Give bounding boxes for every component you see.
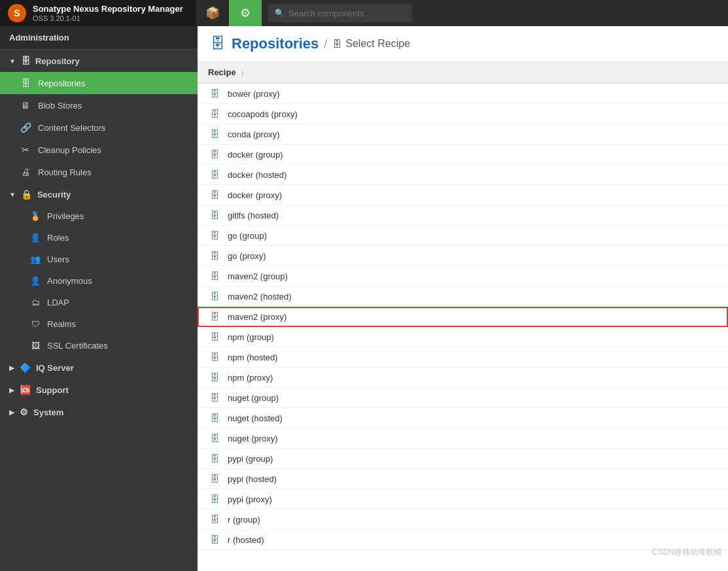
table-row[interactable]: 🗄 npm (hosted): [198, 347, 728, 368]
routing-rules-icon: 🖨: [20, 167, 31, 177]
content-selectors-icon: 🔗: [20, 122, 31, 133]
sidebar-group-support[interactable]: ▶ 🆘 Support: [0, 379, 198, 401]
sidebar-item-realms[interactable]: 🛡 Realms: [0, 313, 198, 335]
row-label: maven2 (proxy): [228, 312, 286, 322]
sidebar-item-routing-rules[interactable]: 🖨 Routing Rules: [0, 161, 198, 183]
row-label: npm (proxy): [228, 373, 273, 383]
sidebar-item-privileges[interactable]: 🏅 Privileges: [0, 205, 198, 227]
breadcrumb-sep: /: [324, 37, 327, 51]
row-label: conda (proxy): [228, 130, 279, 139]
row-label: go (group): [228, 231, 267, 241]
content-area: 🗄 Repositories / 🗄 Select Recipe Recipe …: [198, 26, 728, 571]
sort-icon: ↑: [241, 69, 245, 77]
brand-icon: S: [8, 4, 26, 22]
sidebar-item-ssl-certificates[interactable]: 🖼 SSL Certificates: [0, 335, 198, 356]
admin-nav-button[interactable]: ⚙: [229, 0, 262, 26]
row-db-icon: 🗄: [208, 514, 221, 525]
repository-group-icon: 🗄: [21, 56, 30, 66]
repositories-label: Repositories: [38, 78, 85, 88]
cleanup-policies-icon: ✂: [20, 145, 31, 155]
system-icon: ⚙: [20, 407, 28, 417]
sidebar-item-blob-stores[interactable]: 🖥 Blob Stores: [0, 94, 198, 116]
row-db-icon: 🗄: [208, 149, 221, 160]
table-row[interactable]: 🗄 docker (hosted): [198, 165, 728, 185]
table-row[interactable]: 🗄 pypi (proxy): [198, 489, 728, 510]
table-row[interactable]: 🗄 nuget (hosted): [198, 408, 728, 428]
sidebar-group-security[interactable]: ▼ 🔒 Security: [0, 183, 198, 205]
row-db-icon: 🗄: [208, 129, 221, 139]
support-label: Support: [36, 385, 69, 395]
table-row[interactable]: 🗄 cocoapods (proxy): [198, 104, 728, 124]
sidebar-group-system[interactable]: ▶ ⚙ System: [0, 401, 198, 423]
table-row[interactable]: 🗄 gitlfs (hosted): [198, 205, 728, 226]
sidebar-item-repositories[interactable]: 🗄 Repositories: [0, 72, 198, 94]
page-header-icon: 🗄: [211, 35, 225, 52]
repository-group-label: Repository: [35, 56, 80, 66]
table-row[interactable]: 🗄 go (group): [198, 226, 728, 246]
security-arrow-icon: ▼: [9, 191, 16, 198]
search-box[interactable]: 🔍: [268, 4, 412, 22]
row-db-icon: 🗄: [208, 413, 221, 423]
row-label: bower (proxy): [228, 89, 279, 99]
table-row[interactable]: 🗄 pypi (group): [198, 449, 728, 469]
row-label: nuget (group): [228, 393, 279, 403]
sidebar-item-cleanup-policies[interactable]: ✂ Cleanup Policies: [0, 139, 198, 161]
row-label: maven2 (group): [228, 271, 288, 281]
table-row[interactable]: 🗄 docker (group): [198, 145, 728, 165]
routing-rules-label: Routing Rules: [38, 167, 92, 177]
sidebar-item-content-selectors[interactable]: 🔗 Content Selectors: [0, 116, 198, 139]
row-label: pypi (hosted): [228, 474, 277, 484]
brand-area: S Sonatype Nexus Repository Manager OSS …: [0, 0, 196, 26]
recipe-column-header[interactable]: Recipe ↑: [208, 67, 718, 77]
row-label: npm (hosted): [228, 353, 278, 362]
support-icon: 🆘: [20, 385, 31, 395]
row-label: r (group): [228, 515, 260, 525]
sidebar-item-users[interactable]: 👥 Users: [0, 249, 198, 270]
table-row[interactable]: 🗄 maven2 (proxy): [198, 307, 728, 327]
table-row[interactable]: 🗄 go (proxy): [198, 246, 728, 266]
iq-server-icon: 🔷: [20, 362, 31, 373]
sidebar-item-roles[interactable]: 👤 Roles: [0, 227, 198, 249]
row-db-icon: 🗄: [208, 392, 221, 403]
row-label: nuget (hosted): [228, 413, 283, 423]
ldap-label: LDAP: [47, 298, 69, 307]
table-row[interactable]: 🗄 bower (proxy): [198, 84, 728, 104]
table-header: Recipe ↑: [198, 62, 728, 84]
ssl-icon: 🖼: [30, 341, 41, 351]
table-row[interactable]: 🗄 maven2 (hosted): [198, 286, 728, 307]
table-row[interactable]: 🗄 nuget (proxy): [198, 428, 728, 449]
row-label: cocoapods (proxy): [228, 109, 298, 119]
table-row[interactable]: 🗄 conda (proxy): [198, 124, 728, 145]
table-row[interactable]: 🗄 nuget (group): [198, 388, 728, 408]
browse-nav-button[interactable]: 📦: [196, 0, 229, 26]
row-label: pypi (group): [228, 454, 273, 464]
sidebar-group-iq-server[interactable]: ▶ 🔷 IQ Server: [0, 356, 198, 379]
row-db-icon: 🗄: [208, 352, 221, 362]
row-db-icon: 🗄: [208, 291, 221, 302]
app-title: Sonatype Nexus Repository Manager: [33, 4, 183, 14]
table-row[interactable]: 🗄 pypi (hosted): [198, 469, 728, 489]
row-db-icon: 🗄: [208, 271, 221, 281]
system-arrow-icon: ▶: [9, 409, 14, 416]
row-label: docker (hosted): [228, 170, 286, 180]
sidebar-item-ldap[interactable]: 🗂 LDAP: [0, 292, 198, 313]
sidebar-item-anonymous[interactable]: 👤 Anonymous: [0, 270, 198, 292]
page-header: 🗄 Repositories / 🗄 Select Recipe: [198, 26, 728, 62]
table-row[interactable]: 🗄 r (group): [198, 510, 728, 530]
row-db-icon: 🗄: [208, 534, 221, 545]
table-row[interactable]: 🗄 r (hosted): [198, 530, 728, 550]
table-row[interactable]: 🗄 npm (proxy): [198, 368, 728, 388]
table-row[interactable]: 🗄 docker (proxy): [198, 185, 728, 205]
content-selectors-label: Content Selectors: [38, 123, 105, 133]
table-row[interactable]: 🗄 npm (group): [198, 327, 728, 347]
roles-icon: 👤: [30, 233, 41, 243]
security-group-label: Security: [37, 190, 71, 199]
row-db-icon: 🗄: [208, 372, 221, 383]
search-input[interactable]: [288, 9, 406, 18]
table-row[interactable]: 🗄 maven2 (group): [198, 266, 728, 286]
row-label: maven2 (hosted): [228, 292, 292, 302]
sidebar-group-repository[interactable]: ▼ 🗄 Repository: [0, 50, 198, 72]
anonymous-label: Anonymous: [47, 276, 92, 286]
topbar: S Sonatype Nexus Repository Manager OSS …: [0, 0, 728, 26]
main-layout: Administration ▼ 🗄 Repository 🗄 Reposito…: [0, 26, 728, 571]
